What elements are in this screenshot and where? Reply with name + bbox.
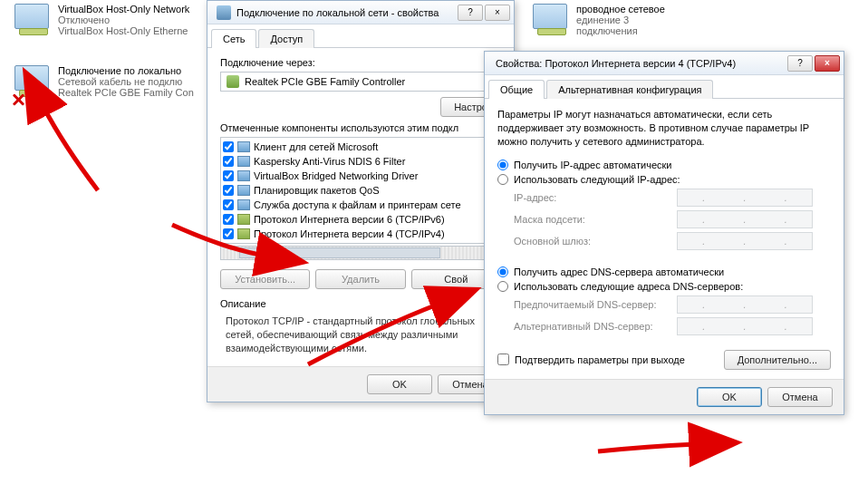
component-icon <box>237 141 250 152</box>
install-button[interactable]: Установить... <box>220 269 310 289</box>
tab-sharing[interactable]: Доступ <box>258 29 314 48</box>
horizontal-scrollbar[interactable] <box>220 246 501 260</box>
dns-manual-radio[interactable] <box>497 281 508 292</box>
component-checkbox[interactable] <box>223 170 234 181</box>
advanced-button[interactable]: Дополнительно... <box>724 350 831 370</box>
component-checkbox[interactable] <box>223 185 234 196</box>
component-icon <box>237 228 250 239</box>
description-label: Описание <box>220 298 501 309</box>
ip-manual-label: Использовать следующий IP-адрес: <box>514 174 680 185</box>
description-text: Протокол TCP/IP - стандартный протокол г… <box>220 313 501 357</box>
tab-network[interactable]: Сеть <box>211 29 256 48</box>
dns-auto-label: Получить адрес DNS-сервера автоматически <box>514 266 724 277</box>
network-adapter-icon <box>14 4 53 40</box>
ip-address-input: ... <box>677 189 813 207</box>
ip-manual-radio[interactable] <box>497 174 508 185</box>
component-row[interactable]: Kaspersky Anti-Virus NDIS 6 Filter <box>223 154 498 169</box>
pref-dns-label: Предпочитаемый DNS-сервер: <box>514 299 677 310</box>
component-label: Клиент для сетей Microsoft <box>254 141 378 152</box>
titlebar[interactable]: Свойства: Протокол Интернета версии 4 (T… <box>485 52 844 75</box>
alt-dns-label: Альтернативный DNS-сервер: <box>514 321 677 332</box>
component-label: Протокол Интернета версии 6 (TCP/IPv6) <box>254 214 445 225</box>
help-text: Параметры IP могут назначаться автоматич… <box>497 108 831 149</box>
network-connection-item[interactable]: проводное сетевое единение 3 подключения <box>533 4 714 40</box>
connect-via-label: Подключение через: <box>220 57 501 68</box>
close-button[interactable]: × <box>485 5 510 21</box>
tab-alternate[interactable]: Альтернативная конфигурация <box>546 80 713 99</box>
remove-button[interactable]: Удалить <box>315 269 405 289</box>
alt-dns-input: ... <box>677 317 813 335</box>
component-row[interactable]: Протокол Интернета версии 6 (TCP/IPv6) <box>223 212 498 227</box>
validate-label: Подтвердить параметры при выходе <box>515 354 685 365</box>
tabs: Сеть Доступ <box>207 24 514 48</box>
component-icon <box>237 185 250 196</box>
gateway-label: Основной шлюз: <box>514 236 677 247</box>
network-icon <box>217 5 231 20</box>
ip-auto-label: Получить IP-адрес автоматически <box>514 160 671 170</box>
component-icon <box>237 214 250 225</box>
adapter-icon <box>227 75 239 88</box>
subnet-mask-input: ... <box>677 210 813 228</box>
component-icon <box>237 156 250 167</box>
help-button[interactable]: ? <box>787 55 813 72</box>
component-icon <box>237 199 250 210</box>
component-checkbox[interactable] <box>223 156 234 167</box>
dns-auto-radio[interactable] <box>497 266 508 277</box>
adapter-field: Realtek PCIe GBE Family Controller <box>220 72 501 92</box>
pref-dns-input: ... <box>677 295 813 314</box>
connection-properties-window: Подключение по локальной сети - свойства… <box>207 0 515 402</box>
gateway-input: ... <box>677 232 813 250</box>
component-label: Служба доступа к файлам и принтерам сете <box>254 199 461 210</box>
dns-manual-label: Использовать следующие адреса DNS-сервер… <box>514 281 743 292</box>
component-row[interactable]: Протокол Интернета версии 4 (TCP/IPv4) <box>223 227 498 241</box>
ok-button[interactable]: OK <box>367 374 432 394</box>
tab-general[interactable]: Общие <box>488 80 545 99</box>
close-button[interactable]: × <box>815 55 840 72</box>
ok-button[interactable]: OK <box>697 387 762 407</box>
component-label: Протокол Интернета версии 4 (TCP/IPv4) <box>254 228 445 239</box>
help-button[interactable]: ? <box>458 5 483 21</box>
components-list[interactable]: Клиент для сетей Microsoft Kaspersky Ant… <box>220 137 501 244</box>
component-checkbox[interactable] <box>223 228 234 239</box>
window-title: Свойства: Протокол Интернета версии 4 (T… <box>488 58 787 69</box>
error-x-icon <box>11 92 25 107</box>
component-label: Планировщик пакетов QoS <box>254 185 380 196</box>
validate-checkbox[interactable] <box>497 354 509 365</box>
ipv4-properties-window: Свойства: Протокол Интернета версии 4 (T… <box>484 51 844 415</box>
window-title: Подключение по локальной сети - свойства <box>236 7 458 18</box>
component-row[interactable]: Планировщик пакетов QoS <box>223 183 498 198</box>
network-adapter-icon <box>533 4 571 40</box>
component-label: VirtualBox Bridged Networking Driver <box>254 170 418 181</box>
component-checkbox[interactable] <box>223 214 234 225</box>
tabs: Общие Альтернативная конфигурация <box>485 75 844 99</box>
component-label: Kaspersky Anti-Virus NDIS 6 Filter <box>254 156 405 167</box>
subnet-mask-label: Маска подсети: <box>514 214 677 225</box>
component-icon <box>237 170 250 181</box>
component-row[interactable]: Служба доступа к файлам и принтерам сете <box>223 198 498 212</box>
cancel-button[interactable]: Отмена <box>767 387 833 407</box>
component-checkbox[interactable] <box>223 141 234 152</box>
components-label: Отмеченные компоненты используются этим … <box>220 122 501 133</box>
component-row[interactable]: Клиент для сетей Microsoft <box>223 140 498 154</box>
component-checkbox[interactable] <box>223 199 234 210</box>
network-adapter-icon <box>14 65 53 102</box>
component-row[interactable]: VirtualBox Bridged Networking Driver <box>223 169 498 183</box>
ip-address-label: IP-адрес: <box>514 192 677 203</box>
network-connection-item[interactable]: VirtualBox Host-Only Network Отключено V… <box>14 4 196 40</box>
ip-auto-radio[interactable] <box>497 160 508 170</box>
network-connection-item[interactable]: Подключение по локально Сетевой кабель н… <box>14 65 196 102</box>
titlebar[interactable]: Подключение по локальной сети - свойства… <box>207 1 514 24</box>
adapter-name: Realtek PCIe GBE Family Controller <box>245 76 405 87</box>
